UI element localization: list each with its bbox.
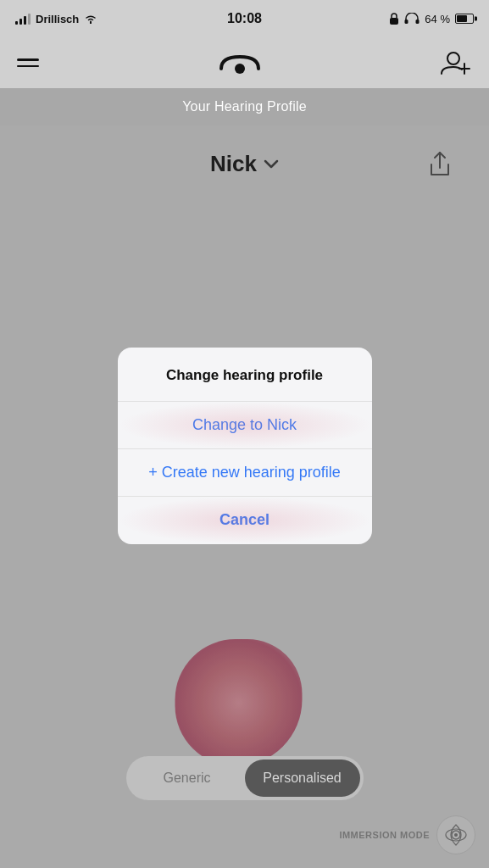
status-left: Drillisch: [15, 13, 97, 25]
cancel-button[interactable]: Cancel: [118, 497, 372, 544]
carrier-label: Drillisch: [36, 13, 79, 25]
signal-bars-icon: [15, 13, 31, 25]
page-header-title: Your Hearing Profile: [182, 99, 307, 114]
add-user-icon[interactable]: [440, 48, 472, 77]
page-header: Your Hearing Profile: [0, 88, 489, 125]
brand-logo-icon: [213, 48, 267, 77]
main-content: Nick Generic Personalised IMMERSION MODE: [0, 125, 489, 868]
battery-percent-label: 64 %: [425, 13, 450, 25]
top-nav: [0, 37, 489, 88]
create-new-profile-button[interactable]: + Create new hearing profile: [118, 449, 372, 497]
battery-icon: [455, 14, 474, 24]
action-bg-decoration: [118, 402, 372, 448]
cancel-bg-decoration: [118, 497, 372, 544]
lock-icon: [389, 13, 399, 25]
change-hearing-profile-modal: Change hearing profile Change to Nick + …: [118, 348, 372, 543]
change-to-nick-button[interactable]: Change to Nick: [118, 402, 372, 449]
svg-rect-2: [416, 19, 420, 24]
status-bar: Drillisch 10:08 64 %: [0, 0, 489, 37]
svg-point-4: [447, 53, 459, 64]
status-right: 64 %: [389, 13, 474, 25]
menu-button[interactable]: [17, 58, 39, 67]
svg-point-3: [235, 64, 245, 74]
status-time: 10:08: [227, 11, 262, 26]
wifi-icon: [84, 14, 97, 24]
create-new-profile-label: + Create new hearing profile: [148, 464, 341, 481]
headphone-icon: [404, 13, 420, 25]
svg-rect-0: [390, 18, 398, 25]
modal-overlay: Change hearing profile Change to Nick + …: [0, 125, 489, 868]
modal-title-section: Change hearing profile: [118, 348, 372, 401]
modal-title: Change hearing profile: [166, 367, 323, 383]
svg-rect-1: [405, 19, 408, 24]
